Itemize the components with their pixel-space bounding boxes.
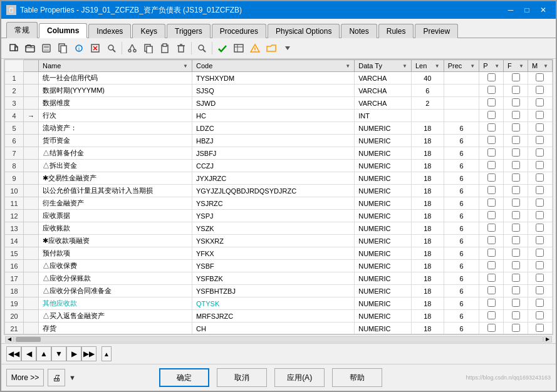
table-row[interactable]: 7 △结算备付金JSBFJNUMERIC186: [5, 147, 553, 160]
print-button[interactable]: 🖨: [48, 369, 65, 386]
checkbox-f[interactable]: [512, 148, 520, 157]
checkbox-p[interactable]: [487, 199, 496, 207]
col-m[interactable]: [528, 172, 552, 185]
table-row[interactable]: 8 △拆出资金CCZJNUMERIC186: [5, 160, 553, 172]
toolbar-btn-find[interactable]: [194, 41, 209, 56]
checkbox-f[interactable]: [512, 199, 520, 207]
col-f[interactable]: [504, 272, 528, 285]
col-header-len[interactable]: Len ▼: [411, 60, 444, 72]
col-f[interactable]: [504, 310, 528, 322]
col-header-m[interactable]: M ▼: [528, 60, 552, 72]
checkbox-p[interactable]: [487, 224, 496, 232]
checkbox-f[interactable]: [512, 86, 520, 94]
checkbox-p[interactable]: [487, 73, 496, 81]
checkbox-p[interactable]: [487, 98, 496, 106]
col-name[interactable]: △买入返售金融资产: [39, 310, 192, 322]
scroll-left-btn[interactable]: ◀: [5, 336, 14, 343]
nav-first-btn[interactable]: ◀◀: [6, 346, 21, 361]
table-row[interactable]: 15预付款项YFKXNUMERIC186: [5, 247, 553, 260]
col-code[interactable]: HC: [192, 110, 354, 122]
checkbox-p[interactable]: [487, 311, 496, 319]
table-row[interactable]: 10以公允价值计量且其变动计入当期损YGYJZJLQQBDJRDQSYDJRZC…: [5, 185, 553, 197]
checkbox-p[interactable]: [487, 261, 496, 269]
toolbar-btn-6[interactable]: [88, 41, 103, 56]
tab-triggers[interactable]: Triggers: [167, 24, 211, 38]
checkbox-m[interactable]: [536, 299, 544, 307]
col-code[interactable]: QTYSK: [192, 297, 354, 310]
col-m[interactable]: [528, 247, 552, 260]
checkbox-m[interactable]: [536, 324, 544, 332]
checkbox-m[interactable]: [536, 311, 544, 319]
checkbox-p[interactable]: [487, 286, 496, 294]
col-f[interactable]: [504, 147, 528, 160]
col-code[interactable]: YSFBHTZBJ: [192, 285, 354, 297]
checkbox-p[interactable]: [487, 136, 496, 144]
checkbox-p[interactable]: [487, 211, 496, 219]
checkbox-p[interactable]: [487, 148, 496, 157]
checkbox-m[interactable]: [536, 249, 544, 257]
more-button[interactable]: More >>: [6, 369, 44, 386]
col-p[interactable]: [479, 297, 504, 310]
table-row[interactable]: 12应收票据YSPJNUMERIC186: [5, 210, 553, 222]
col-f[interactable]: [504, 172, 528, 185]
len-sort-icon[interactable]: ▼: [435, 63, 440, 69]
checkbox-m[interactable]: [536, 136, 544, 144]
col-p[interactable]: [479, 247, 504, 260]
col-p[interactable]: [479, 260, 504, 272]
horizontal-scrollbar[interactable]: ◀ ▶: [4, 334, 553, 343]
col-name[interactable]: △应收分保账款: [39, 272, 192, 285]
col-code[interactable]: YSJRZC: [192, 197, 354, 210]
col-name[interactable]: 其他应收款: [39, 297, 192, 310]
close-button[interactable]: ✕: [536, 4, 551, 16]
table-row[interactable]: 4→行次HCINT: [5, 110, 553, 122]
col-f[interactable]: [504, 135, 528, 147]
col-m[interactable]: [528, 272, 552, 285]
col-f[interactable]: [504, 185, 528, 197]
checkbox-p[interactable]: [487, 186, 496, 194]
checkbox-p[interactable]: [487, 161, 496, 169]
ok-button[interactable]: 确定: [159, 368, 209, 387]
col-name[interactable]: 货币资金: [39, 135, 192, 147]
col-f[interactable]: [504, 297, 528, 310]
name-sort-icon[interactable]: ▼: [183, 63, 188, 69]
col-m[interactable]: [528, 222, 552, 235]
col-p[interactable]: [479, 147, 504, 160]
col-code[interactable]: YGYJZJLQQBDJRDQSYDJRZC: [192, 185, 354, 197]
col-f[interactable]: [504, 285, 528, 297]
checkbox-f[interactable]: [512, 236, 520, 244]
col-p[interactable]: [479, 135, 504, 147]
checkbox-f[interactable]: [512, 274, 520, 282]
m-sort-icon[interactable]: ▼: [543, 63, 548, 69]
f-sort-icon[interactable]: ▼: [519, 63, 524, 69]
checkbox-p[interactable]: [487, 123, 496, 132]
checkbox-m[interactable]: [536, 98, 544, 106]
nav-up-btn[interactable]: ▲: [36, 346, 51, 361]
tab-physical-options[interactable]: Physical Options: [268, 24, 340, 38]
col-m[interactable]: [528, 97, 552, 110]
col-name[interactable]: 衍生金融资产: [39, 197, 192, 210]
maximize-button[interactable]: □: [519, 4, 534, 16]
col-code[interactable]: LDZC: [192, 122, 354, 135]
col-p[interactable]: [479, 322, 504, 335]
col-p[interactable]: [479, 272, 504, 285]
checkbox-m[interactable]: [536, 86, 544, 94]
col-m[interactable]: [528, 160, 552, 172]
col-m[interactable]: [528, 135, 552, 147]
nav-next-btn[interactable]: ▶: [66, 346, 81, 361]
scroll-thumb[interactable]: [16, 337, 41, 342]
checkbox-f[interactable]: [512, 324, 520, 332]
toolbar-btn-delete[interactable]: [174, 41, 189, 56]
scroll-track[interactable]: [14, 336, 543, 343]
checkbox-f[interactable]: [512, 224, 520, 232]
col-p[interactable]: [479, 72, 504, 85]
col-code[interactable]: YSKXRZ: [192, 235, 354, 247]
col-m[interactable]: [528, 185, 552, 197]
col-f[interactable]: [504, 85, 528, 97]
nav-scroll-up-btn[interactable]: ▲: [102, 346, 112, 361]
col-name[interactable]: 应收账款: [39, 222, 192, 235]
checkbox-m[interactable]: [536, 73, 544, 81]
col-name[interactable]: 以公允价值计量且其变动计入当期损: [39, 185, 192, 197]
checkbox-p[interactable]: [487, 299, 496, 307]
checkbox-m[interactable]: [536, 148, 544, 157]
col-m[interactable]: [528, 147, 552, 160]
